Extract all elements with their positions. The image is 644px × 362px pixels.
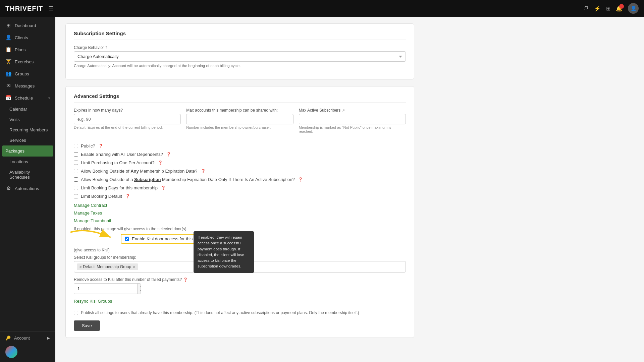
failed-payments-input[interactable] (74, 284, 137, 294)
grid-icon[interactable]: ⊞ (606, 5, 610, 12)
limit-booking-days-label: Limit Booking Days for this membership (81, 185, 158, 190)
enable-sharing-label: Enable Sharing with All User Dependents? (81, 152, 163, 157)
kisi-enable-checkbox[interactable] (125, 237, 129, 241)
account-icon: 🔑 (5, 336, 11, 341)
charge-behavior-group: Charge Behavior ? Charge Automatically C… (74, 45, 406, 68)
max-subscribers-label: Max Active Subscribers ↗ (299, 108, 406, 113)
public-checkbox[interactable] (74, 144, 78, 148)
limit-purchasing-label: Limit Purchasing to One Per Account? (81, 160, 155, 165)
allow-booking-sub-label: Allow Booking Outside of a Subscription … (81, 177, 295, 182)
limit-purchasing-help-icon[interactable]: ❓ (158, 161, 163, 165)
schedule-chevron-icon: ▾ (48, 96, 50, 100)
advanced-settings-card: Advanced Settings Expires in how many da… (65, 86, 414, 338)
max-accounts-input[interactable] (186, 114, 293, 124)
sidebar-item-availability[interactable]: Availability Schedules (0, 167, 55, 182)
sidebar-item-plans[interactable]: 📋 Plans (0, 44, 55, 56)
max-accounts-group: Max accounts this membership can be shar… (186, 108, 293, 133)
sidebar-item-clients[interactable]: 👤 Clients (0, 32, 55, 44)
advanced-settings-title: Advanced Settings (74, 93, 406, 103)
kisi-tooltip: If enabled, they will regain access once… (194, 231, 254, 273)
groups-icon: 👥 (5, 71, 11, 77)
limit-booking-days-help-icon[interactable]: ❓ (161, 186, 166, 190)
manage-thumbnail-link[interactable]: Manage Thumbnail (74, 218, 111, 223)
max-subscribers-group: Max Active Subscribers ↗ Membership is m… (299, 108, 406, 133)
save-button[interactable]: Save (74, 320, 100, 331)
limit-booking-default-row: Limit Booking Default ❓ (74, 194, 406, 199)
sidebar-label-clients: Clients (15, 35, 28, 40)
publish-row: Publish all settings to users that alrea… (74, 310, 406, 315)
failed-payments-help-icon[interactable]: ❓ (183, 278, 188, 282)
enable-sharing-help-icon[interactable]: ❓ (166, 152, 171, 157)
sidebar-item-recurring-members[interactable]: Recurring Members (0, 125, 55, 135)
sidebar-item-account[interactable]: 🔑 Account ▶ (5, 336, 50, 341)
limit-booking-default-label: Limit Booking Default (81, 194, 122, 199)
sidebar-item-locations[interactable]: Locations (0, 157, 55, 167)
sidebar-item-exercises[interactable]: 🏋 Exercises (0, 56, 55, 68)
sidebar-item-packages[interactable]: Packages (2, 145, 53, 157)
sidebar-label-dashboard: Dashboard (15, 23, 36, 28)
failed-payments-group: Remove access to Kisi after this number … (74, 277, 406, 294)
limit-booking-days-checkbox[interactable] (74, 186, 78, 190)
allow-booking-any-checkbox[interactable] (74, 169, 78, 173)
dashboard-icon: ⊞ (5, 22, 11, 28)
messages-icon: ✉ (5, 83, 11, 89)
publish-label: Publish all settings to users that alrea… (81, 310, 359, 315)
allow-booking-sub-checkbox[interactable] (74, 177, 78, 182)
automations-icon: ⚙ (5, 185, 11, 191)
sidebar-label-visits: Visits (9, 117, 20, 122)
top-bar-left: THRIVEFIT ☰ (5, 5, 54, 12)
manage-taxes-link[interactable]: Manage Taxes (74, 210, 102, 216)
charge-behavior-select[interactable]: Charge Automatically (74, 51, 406, 62)
limit-booking-default-checkbox[interactable] (74, 194, 78, 198)
sidebar-label-messages: Messages (15, 83, 35, 88)
max-accounts-hint: Number includes the membership owner/pur… (186, 125, 293, 129)
account-chevron-icon: ▶ (47, 336, 50, 340)
user-avatar[interactable]: 👤 (628, 3, 639, 14)
sidebar-label-calendar: Calendar (9, 107, 27, 112)
expires-label: Expires in how many days? (74, 108, 181, 113)
sidebar-item-automations[interactable]: ⚙ Automations (0, 182, 55, 194)
sidebar: ⊞ Dashboard 👤 Clients 📋 Plans 🏋 Exercise… (0, 17, 55, 362)
max-subscribers-input[interactable] (299, 114, 406, 124)
publish-checkbox[interactable] (74, 311, 78, 315)
kisi-group-tag: » Default Membership Group ✕ (77, 263, 138, 270)
sidebar-nav: ⊞ Dashboard 👤 Clients 📋 Plans 🏋 Exercise… (0, 17, 55, 197)
clients-icon: 👤 (5, 35, 11, 41)
expires-hint: Default: Expires at the end of the curre… (74, 125, 181, 129)
sidebar-item-messages[interactable]: ✉ Messages (0, 80, 55, 92)
expires-input[interactable] (74, 114, 181, 124)
sidebar-bottom: 🔑 Account ▶ (0, 331, 55, 362)
kisi-group-tag-remove[interactable]: ✕ (132, 265, 136, 269)
sidebar-label-availability: Availability Schedules (9, 170, 50, 180)
limit-booking-default-help-icon[interactable]: ❓ (125, 194, 130, 198)
sidebar-item-groups[interactable]: 👥 Groups (0, 68, 55, 80)
allow-booking-sub-help-icon[interactable]: ❓ (298, 177, 303, 182)
plans-icon: 📋 (5, 47, 11, 53)
sidebar-item-calendar[interactable]: Calendar (0, 104, 55, 114)
sidebar-item-dashboard[interactable]: ⊞ Dashboard (0, 19, 55, 32)
failed-payments-down[interactable]: ▼ (138, 289, 141, 294)
timer-icon[interactable]: ⏱ (583, 5, 589, 11)
manage-contract-link[interactable]: Manage Contract (74, 203, 107, 208)
schedule-icon: 📅 (5, 95, 11, 101)
public-help-icon[interactable]: ❓ (99, 144, 103, 148)
bottom-logo-icon (5, 346, 17, 358)
logo: THRIVEFIT (5, 5, 43, 12)
sidebar-label-groups: Groups (15, 71, 29, 76)
enable-sharing-checkbox[interactable] (74, 152, 78, 157)
kisi-section: If enabled, this package will give acces… (74, 227, 406, 304)
max-subscribers-hint: Membership is marked as "Not Public" onc… (299, 125, 406, 133)
sidebar-item-services[interactable]: Services (0, 135, 55, 145)
sidebar-item-visits[interactable]: Visits (0, 114, 55, 125)
failed-payments-up[interactable]: ▲ (138, 284, 141, 289)
resync-kisi-link[interactable]: Resync Kisi Groups (74, 299, 112, 304)
allow-booking-sub-row: Allow Booking Outside of a Subscription … (74, 177, 406, 182)
allow-booking-any-help-icon[interactable]: ❓ (201, 169, 206, 173)
sidebar-item-schedule[interactable]: 📅 Schedule ▾ (0, 92, 55, 104)
charge-behavior-help-icon[interactable]: ? (105, 46, 107, 50)
main-content: Subscription Settings Charge Behavior ? … (55, 17, 644, 362)
limit-purchasing-checkbox[interactable] (74, 161, 78, 165)
max-subscribers-external-icon[interactable]: ↗ (342, 108, 345, 113)
flash-icon[interactable]: ⚡ (594, 5, 601, 12)
hamburger-button[interactable]: ☰ (48, 5, 54, 12)
